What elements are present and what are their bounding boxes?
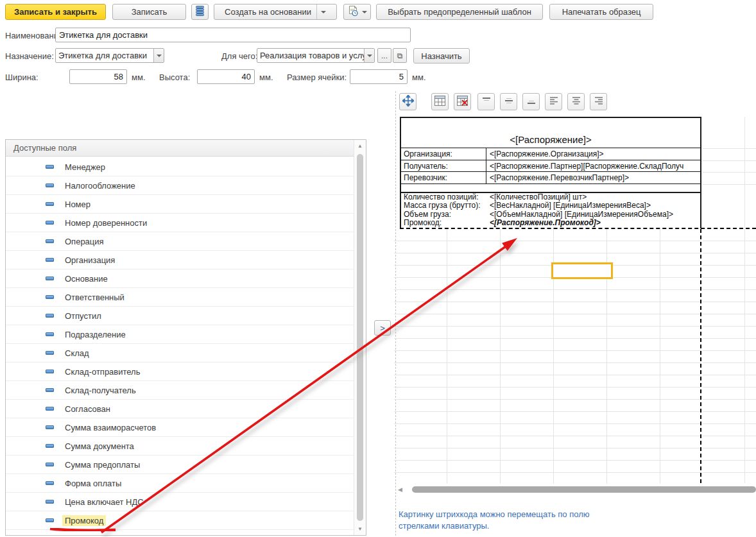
create-based-on-button[interactable]: Создать на основании xyxy=(214,4,337,20)
barcode-hint-line1: Картинку штрихкода можно перемещать по п… xyxy=(399,509,589,520)
cell-size-unit: мм. xyxy=(412,70,426,85)
scrollbar-thumb[interactable] xyxy=(412,486,756,493)
template-row[interactable]: Перевозчик: <[Распоряжение.ПеревозчикПар… xyxy=(401,172,700,184)
for-what-combobox[interactable]: Реализация товаров и услу xyxy=(257,48,375,63)
field-label: Менеджер xyxy=(65,162,105,172)
field-dash-icon xyxy=(46,425,54,429)
list-item[interactable]: Сумма предоплаты xyxy=(6,456,354,474)
template-row-label[interactable]: Перевозчик: xyxy=(401,172,486,183)
for-what-dropdown-button[interactable] xyxy=(364,49,374,62)
for-what-open-button[interactable]: ⧉ xyxy=(393,48,407,63)
template-row-label[interactable]: Получатель: xyxy=(401,160,486,171)
align-left-button[interactable] xyxy=(545,93,562,110)
template-row[interactable]: Масса груза (брутто): <[ВесНакладной] [Е… xyxy=(401,201,700,210)
align-top-button[interactable] xyxy=(477,93,495,110)
align-middle-button[interactable] xyxy=(500,93,517,110)
list-item[interactable]: Склад-отправитель xyxy=(6,362,354,381)
template-row-value[interactable]: <[ВесНакладной] [ЕдиницаИзмеренияВеса]> xyxy=(490,201,700,210)
template-row-value[interactable]: <[Распоряжение.Организация]> xyxy=(486,148,700,160)
list-item[interactable]: Ответственный xyxy=(6,288,354,307)
template-row[interactable]: Получатель: <[Распоряжение.Партнер][Расп… xyxy=(401,160,700,172)
merge-cells-icon xyxy=(434,96,445,108)
label-template[interactable]: <[Распоряжение]> Организация: <[Распоряж… xyxy=(400,117,701,228)
structure-button[interactable] xyxy=(191,4,209,20)
spreadsheet-grid-right[interactable] xyxy=(703,229,756,484)
move-button[interactable] xyxy=(399,93,417,110)
template-row-promokod[interactable]: Промокод: <[Распоряжение.Промокод]> xyxy=(401,219,700,227)
template-row-value[interactable]: <[Распоряжение.Партнер][Распоряжение.Скл… xyxy=(486,160,700,171)
list-item[interactable]: Отпустил xyxy=(6,307,354,325)
cell-size-label: Размер ячейки: xyxy=(287,70,347,85)
template-row-label[interactable]: Промокод: xyxy=(401,219,490,227)
list-item[interactable]: Сумма документа xyxy=(6,437,354,456)
list-item[interactable]: Основание xyxy=(6,269,354,288)
selected-cell[interactable] xyxy=(551,262,613,279)
template-row-value[interactable]: <[ОбъемНакладной] [ЕдиницаИзмеренияОбъем… xyxy=(490,210,700,219)
template-row[interactable]: Объем груза: <[ОбъемНакладной] [ЕдиницаИ… xyxy=(401,210,700,219)
list-item[interactable]: Цена включает НДС xyxy=(6,493,354,511)
template-row[interactable]: Количество позиций: <[КоличествоПозиций]… xyxy=(401,193,700,201)
template-title-cell[interactable]: <[Распоряжение]> xyxy=(401,118,700,148)
list-item[interactable]: Форма оплаты xyxy=(6,474,354,493)
fields-panel-scrollbar[interactable]: ▲ ▼ xyxy=(354,140,366,535)
template-row-value[interactable]: <[Распоряжение.ПеревозчикПартнер]> xyxy=(486,172,700,183)
label-boundary-bottom xyxy=(400,228,756,229)
template-row-value-promokod[interactable]: <[Распоряжение.Промокод]> xyxy=(490,219,700,227)
unmerge-cells-button[interactable] xyxy=(454,93,471,110)
list-item[interactable]: Склад xyxy=(6,344,354,362)
purpose-dropdown-button[interactable] xyxy=(153,49,164,62)
template-totals-block[interactable]: Количество позиций: <[КоличествоПозиций]… xyxy=(401,193,700,227)
list-item[interactable]: Налогообложение xyxy=(6,176,354,195)
print-sample-button[interactable]: Напечатать образец xyxy=(549,4,653,20)
list-item[interactable]: Номер xyxy=(6,195,354,214)
template-row[interactable]: Организация: <[Распоряжение.Организация]… xyxy=(401,148,700,160)
field-dash-icon xyxy=(46,314,54,318)
purpose-label: Назначение: xyxy=(5,49,54,64)
scroll-up-icon[interactable]: ▲ xyxy=(354,143,366,149)
field-dash-icon xyxy=(46,295,54,299)
spreadsheet-grid[interactable] xyxy=(394,229,701,484)
scroll-left-icon[interactable]: ◀ xyxy=(398,486,402,493)
list-item[interactable]: Номер доверенности xyxy=(6,214,354,232)
template-row-value[interactable]: <[КоличествоПозиций] шт> xyxy=(490,193,700,201)
scroll-down-icon[interactable]: ▼ xyxy=(354,526,366,532)
list-item-promokod[interactable]: Промокод xyxy=(6,511,354,530)
align-center-button[interactable] xyxy=(567,93,585,110)
width-input[interactable] xyxy=(69,69,127,84)
select-predefined-template-button[interactable]: Выбрать предопределенный шаблон xyxy=(376,4,543,20)
structure-icon xyxy=(196,6,204,19)
for-what-ellipsis-button[interactable]: ... xyxy=(377,48,391,63)
document-history-button[interactable] xyxy=(343,4,371,20)
field-dash-icon xyxy=(46,183,54,187)
merge-cells-button[interactable] xyxy=(431,93,449,110)
align-bottom-button[interactable] xyxy=(522,93,540,110)
template-row-label[interactable]: Объем груза: xyxy=(401,210,490,219)
list-item[interactable]: Подразделение xyxy=(6,325,354,344)
field-label: Подразделение xyxy=(65,330,126,339)
template-row-label[interactable]: Организация: xyxy=(401,148,486,160)
save-and-close-button[interactable]: Записать и закрыть xyxy=(5,4,106,20)
align-middle-icon xyxy=(504,96,514,107)
purpose-combobox[interactable]: Этикетка для доставки xyxy=(55,48,164,63)
list-item[interactable]: Менеджер xyxy=(6,158,354,176)
save-button[interactable]: Записать xyxy=(112,4,186,20)
assign-button[interactable]: Назначить xyxy=(413,48,470,64)
align-right-button[interactable] xyxy=(590,93,607,110)
list-item[interactable]: Склад-получатель xyxy=(6,381,354,400)
field-dash-icon xyxy=(46,165,54,169)
field-dash-icon xyxy=(46,444,54,448)
template-row-label[interactable]: Масса груза (брутто): xyxy=(401,201,490,210)
name-input[interactable] xyxy=(55,28,411,42)
cell-size-input[interactable] xyxy=(350,69,408,84)
template-row-label[interactable]: Количество позиций: xyxy=(401,193,490,201)
list-item[interactable]: Операция xyxy=(6,232,354,251)
height-input[interactable] xyxy=(197,69,255,84)
template-empty-row[interactable] xyxy=(401,184,700,193)
align-top-icon xyxy=(481,96,492,107)
sheet-horizontal-scrollbar[interactable]: ◀ xyxy=(397,484,756,495)
move-field-button[interactable]: > xyxy=(374,320,391,336)
list-item[interactable]: Согласован xyxy=(6,400,354,418)
scrollbar-thumb[interactable] xyxy=(357,154,363,521)
list-item[interactable]: Организация xyxy=(6,251,354,269)
list-item[interactable]: Сумма взаиморасчетов xyxy=(6,418,354,437)
